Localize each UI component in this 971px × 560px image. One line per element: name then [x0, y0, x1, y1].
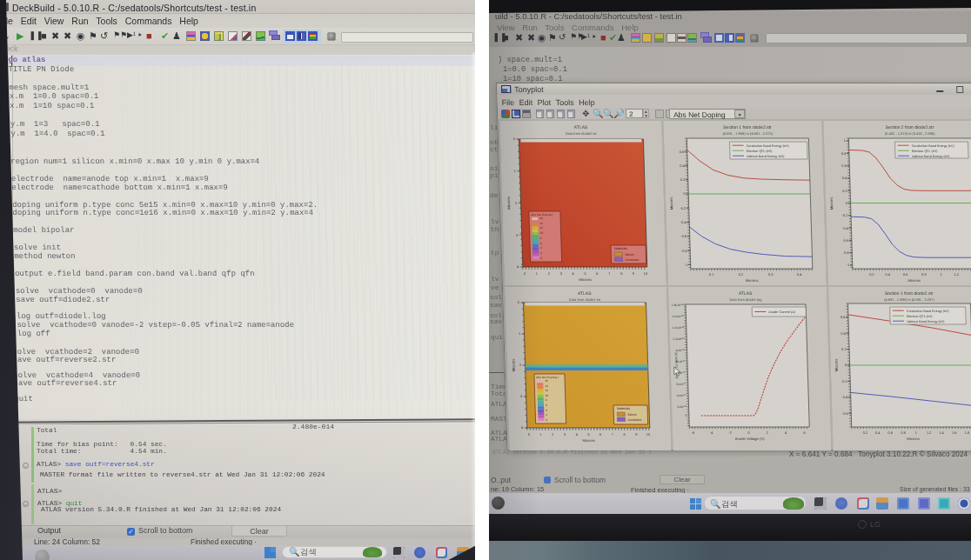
svg-text:0: 0 — [540, 257, 542, 260]
svg-text:Conductor: Conductor — [627, 418, 642, 422]
svg-text:Microns: Microns — [511, 359, 515, 372]
svg-text:Materials: Materials — [614, 248, 627, 251]
svg-text:Section 1 from diode2.str: Section 1 from diode2.str — [885, 290, 934, 296]
svg-text:16: 16 — [539, 217, 543, 220]
svg-text:-0.8: -0.8 — [681, 249, 688, 253]
svg-text:Valence Band Energy (eV): Valence Band Energy (eV) — [912, 155, 949, 158]
svg-text:Microns: Microns — [829, 197, 834, 210]
svg-text:8: 8 — [540, 237, 542, 240]
svg-text:0.4: 0.4 — [797, 273, 802, 277]
svg-text:Microns: Microns — [834, 359, 838, 372]
svg-text:Microns: Microns — [506, 197, 511, 210]
svg-text:0.1: 0.1 — [709, 273, 714, 277]
svg-text:12: 12 — [539, 227, 543, 230]
svg-text:0.4: 0.4 — [885, 273, 890, 277]
svg-text:0.2: 0.2 — [680, 177, 686, 182]
svg-text:10: 10 — [540, 231, 544, 235]
svg-text:Silicon: Silicon — [627, 413, 636, 417]
svg-text:0.2: 0.2 — [739, 273, 744, 277]
svg-text:6: 6 — [546, 403, 547, 407]
svg-text:-0.2: -0.2 — [680, 206, 686, 210]
svg-text:0.6: 0.6 — [840, 315, 846, 319]
svg-text:Microns: Microns — [579, 277, 592, 282]
svg-text:2: 2 — [546, 413, 547, 417]
svg-text:5: 5 — [685, 414, 686, 417]
svg-text:0: 0 — [546, 418, 547, 422]
svg-text:0.2: 0.2 — [842, 189, 847, 193]
svg-text:Electron QFL (eV): Electron QFL (eV) — [912, 150, 938, 153]
svg-text:-0.6: -0.6 — [680, 234, 687, 238]
svg-text:8: 8 — [546, 399, 547, 403]
svg-text:-0.4: -0.4 — [842, 226, 849, 230]
svg-text:1.4: 1.4 — [939, 431, 944, 436]
svg-text:Valence Band Energy (eV): Valence Band Energy (eV) — [747, 155, 784, 158]
svg-text:Anode Voltage (V): Anode Voltage (V) — [735, 437, 766, 442]
svg-text:ATLAS: ATLAS — [739, 290, 753, 296]
svg-text:Data from diode2.str: Data from diode2.str — [566, 132, 598, 137]
svg-text:0.2: 0.2 — [869, 273, 874, 277]
svg-text:Microns: Microns — [907, 278, 921, 283]
svg-text:-0.2: -0.2 — [841, 379, 848, 383]
svg-text:-0.2: -0.2 — [842, 213, 849, 217]
svg-text:Silicon: Silicon — [625, 253, 633, 257]
svg-text:4: 4 — [546, 409, 547, 412]
svg-text:Electron QFL (eV): Electron QFL (eV) — [747, 150, 773, 153]
svg-text:0.6: 0.6 — [903, 273, 908, 277]
svg-text:(4.691 , 1.988) to (4.691 , 2.: (4.691 , 1.988) to (4.691 , 2.375) — [722, 132, 773, 137]
svg-text:Conduction Band Energy (eV): Conduction Band Energy (eV) — [912, 144, 954, 148]
svg-text:14: 14 — [539, 222, 543, 225]
svg-text:0.8: 0.8 — [841, 151, 847, 156]
svg-text:Section 2 from diode2.str: Section 2 from diode2.str — [886, 124, 934, 130]
svg-text:0.8: 0.8 — [921, 273, 927, 277]
svg-text:1.8: 1.8 — [965, 431, 970, 436]
svg-text:Microns: Microns — [746, 278, 759, 283]
svg-text:-0.4: -0.4 — [680, 220, 687, 224]
svg-text:-0.6: -0.6 — [842, 411, 849, 416]
svg-text:-0.8: -0.8 — [843, 250, 850, 255]
svg-text:0.4: 0.4 — [875, 431, 881, 436]
svg-text:2: 2 — [540, 251, 542, 255]
svg-text:-0.6: -0.6 — [842, 238, 849, 243]
svg-text:Microns: Microns — [669, 197, 673, 210]
svg-text:Valence Band Energy (eV): Valence Band Energy (eV) — [907, 320, 944, 323]
svg-text:Microns: Microns — [907, 437, 920, 441]
svg-text:0.3: 0.3 — [768, 273, 773, 277]
svg-text:14: 14 — [545, 384, 548, 388]
svg-text:1.2: 1.2 — [954, 273, 959, 277]
svg-text:10: 10 — [546, 394, 549, 397]
svg-text:ATLAS: ATLAS — [578, 290, 592, 296]
svg-text:(5.432 , 1.013) to (5.432 , 2.: (5.432 , 1.013) to (5.432 , 2.936) — [885, 132, 935, 137]
svg-text:Conduction Band Energy (eV): Conduction Band Energy (eV) — [747, 144, 789, 148]
svg-text:1.2: 1.2 — [927, 431, 932, 436]
svg-text:-0.4: -0.4 — [841, 395, 848, 399]
svg-text:Anode Current (A): Anode Current (A) — [768, 310, 796, 314]
svg-text:Materials: Materials — [617, 408, 630, 411]
svg-text:Data from diode1.log: Data from diode1.log — [729, 298, 761, 303]
svg-text:16: 16 — [545, 379, 548, 383]
svg-text:0.4: 0.4 — [840, 331, 846, 336]
svg-text:(4.691 , 1.988) to (4.691 , 3.: (4.691 , 1.988) to (4.691 , 3.297) — [884, 298, 934, 303]
svg-text:0.6: 0.6 — [841, 163, 847, 168]
svg-text:Section 1 from diode2.str: Section 1 from diode2.str — [723, 124, 772, 130]
svg-text:0.2: 0.2 — [841, 347, 847, 351]
svg-text:Electron QFL (eV): Electron QFL (eV) — [907, 315, 933, 318]
svg-text:6: 6 — [540, 242, 542, 245]
svg-text:0.6: 0.6 — [888, 431, 894, 436]
svg-text:ATLAS: ATLAS — [574, 124, 588, 130]
svg-text:0.4: 0.4 — [680, 163, 685, 168]
svg-text:0.4: 0.4 — [842, 176, 847, 180]
svg-text:0.2: 0.2 — [863, 431, 868, 436]
svg-text:0.8: 0.8 — [901, 431, 906, 436]
svg-text:Microns: Microns — [582, 438, 595, 443]
svg-text:Conductor: Conductor — [625, 258, 640, 262]
svg-text:1.6: 1.6 — [952, 431, 957, 436]
svg-text:0.6: 0.6 — [680, 150, 685, 154]
svg-text:Conduction Band Energy (eV): Conduction Band Energy (eV) — [907, 310, 949, 313]
svg-text:12: 12 — [545, 389, 548, 392]
svg-text:Data from diode2.str: Data from diode2.str — [569, 298, 601, 303]
svg-text:4: 4 — [540, 247, 542, 250]
